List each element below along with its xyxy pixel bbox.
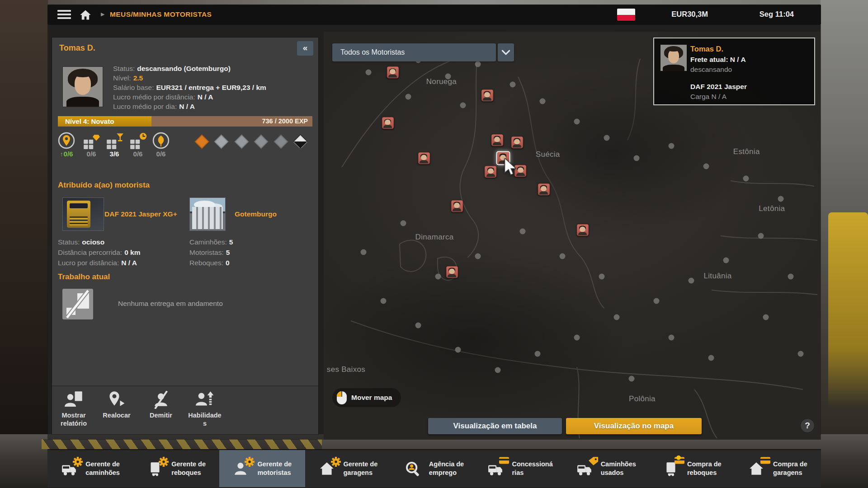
nav-driver-manager[interactable]: Gerente demotoristas — [219, 450, 305, 487]
city-dot — [519, 229, 525, 235]
truck-link[interactable]: DAF 2021 Jasper XG+ — [104, 210, 177, 218]
city-dot — [614, 314, 620, 320]
skill-high-value-cargo[interactable]: ↑0/6 — [79, 131, 104, 158]
truck-distance-line: Distância percorrida:0 km — [58, 249, 141, 257]
driver-map-marker[interactable] — [511, 136, 523, 148]
city-dot — [669, 143, 675, 149]
country-label: Noruega — [426, 77, 457, 86]
driver-profit-day-line: Lucro médio por dia:N / A — [113, 103, 195, 111]
adr-badge-explosives — [194, 134, 209, 149]
city-dot — [574, 118, 580, 124]
driver-map-marker[interactable] — [485, 165, 497, 178]
truck-status-line: Status:ocioso — [58, 238, 104, 246]
city-dot — [405, 94, 411, 100]
long-distance-icon — [57, 131, 75, 150]
notification-dot — [676, 455, 681, 460]
show-report-button[interactable]: Mostrar relatório — [52, 391, 95, 427]
no-delivery-text: Nenhuma entrega em andamento — [118, 300, 223, 308]
map-view-button[interactable]: Visualização no mapa — [566, 418, 702, 434]
card-driver-portrait — [660, 45, 687, 71]
city-dot — [365, 70, 371, 75]
garage-truck — [828, 212, 868, 407]
urgent-delivery-icon — [129, 131, 147, 150]
help-button[interactable]: ? — [800, 418, 815, 433]
card-driver-status: descansando — [690, 66, 732, 74]
dropdown-chevron-button[interactable] — [498, 43, 514, 61]
adr-badge-corrosives — [293, 134, 308, 149]
city-dot — [380, 298, 386, 304]
skill-fragile-cargo[interactable]: ↑3/6 — [102, 131, 127, 158]
city-dot — [534, 351, 540, 357]
move-map-hint: Mover mapa — [332, 388, 401, 407]
nav-trailer-purchase[interactable]: Compra dereboques — [649, 450, 735, 487]
city-dot — [604, 135, 610, 141]
skills-icon — [194, 391, 215, 409]
city-dot — [509, 82, 515, 88]
selected-driver-card: Tomas D. Frete atual: N / A descansando … — [653, 38, 815, 105]
adr-badge-flammable-solids — [254, 134, 269, 149]
city-dot — [654, 298, 660, 304]
city-dot — [689, 277, 694, 283]
tag-icon — [589, 457, 598, 465]
city-dot — [708, 355, 714, 361]
city-dot — [703, 163, 709, 169]
truck-profit-line: Lucro por distância:N / A — [58, 259, 137, 267]
card-cargo: Carga N / A — [690, 93, 726, 101]
level-progress-bar: Nível 4: Novato 736 / 2000 EXP — [58, 116, 312, 127]
driver-map-marker[interactable] — [382, 117, 394, 129]
city-dot — [455, 347, 461, 353]
skill-urgent-delivery[interactable]: ↑0/6 — [125, 131, 151, 158]
employment-agency-icon — [405, 461, 422, 477]
nav-truck-manager[interactable]: Gerente decaminhões — [47, 450, 133, 487]
collapse-panel-button[interactable]: « — [297, 41, 313, 56]
bottom-navigation: Gerente decaminhões Gerente dereboques G… — [47, 449, 821, 487]
driver-map-marker[interactable] — [491, 134, 503, 146]
garage-link[interactable]: Gotemburgo — [235, 210, 277, 218]
dismiss-icon — [151, 391, 171, 409]
adr-badge-oxidizers — [274, 134, 288, 149]
high-value-cargo-icon — [82, 131, 100, 150]
city-dot — [798, 351, 804, 357]
driver-map-marker[interactable] — [446, 266, 458, 278]
skill-ecodriving[interactable]: ↑0/6 — [148, 131, 174, 158]
nav-used-trucks[interactable]: Caminhõesusados — [563, 450, 649, 487]
card-truck-name: DAF 2021 Jasper — [690, 83, 747, 91]
driver-map-marker[interactable] — [418, 152, 430, 164]
driver-map-marker[interactable] — [481, 89, 493, 101]
city-dot — [723, 257, 729, 263]
driver-filter-dropdown[interactable]: Todos os Motoristas — [332, 43, 496, 61]
level-title: Nível 4: Novato — [65, 117, 114, 125]
dismiss-button[interactable]: Demitir — [139, 391, 183, 419]
nav-dealerships[interactable]: Concessionárias — [477, 450, 563, 487]
garage-thumbnail[interactable] — [189, 197, 226, 231]
driver-map-marker[interactable] — [451, 200, 463, 212]
driver-map[interactable]: NoruegaSuéciaEstôniaLetôniaLituâniaDinam… — [324, 32, 821, 440]
nav-employment-agency[interactable]: Agência deemprego — [391, 450, 477, 487]
current-job-heading: Trabalho atual — [58, 272, 110, 282]
level-exp: 736 / 2000 EXP — [262, 117, 308, 125]
nav-trailer-manager[interactable]: Gerente dereboques — [133, 450, 219, 487]
home-icon[interactable] — [79, 9, 92, 21]
truck-thumbnail[interactable] — [62, 197, 104, 231]
nav-garage-purchase[interactable]: Compra degaragens — [735, 450, 821, 487]
driver-portrait — [62, 66, 103, 107]
city-dot — [495, 367, 500, 373]
card-freight-line: Frete atual: N / A — [690, 56, 746, 64]
driver-map-marker[interactable] — [576, 224, 589, 236]
driver-profit-distance-line: Lucro médio por distância:N / A — [113, 93, 213, 101]
skills-button[interactable]: Habilidades — [183, 391, 226, 427]
driver-map-marker[interactable] — [387, 66, 399, 79]
game-time: Seg 11:04 — [760, 10, 794, 19]
city-dot — [669, 335, 675, 341]
driver-map-marker[interactable] — [538, 183, 550, 195]
table-view-button[interactable]: Visualização em tabela — [428, 418, 562, 434]
city-dot — [778, 196, 784, 202]
relocate-button[interactable]: Realocar — [95, 391, 138, 419]
driver-action-bar: Mostrar relatório Realocar Demitir Habil… — [52, 385, 318, 434]
country-label: Suécia — [536, 150, 560, 159]
menu-icon[interactable] — [57, 10, 71, 19]
nav-garage-manager[interactable]: Gerente degaragens — [305, 450, 391, 487]
country-label: Letônia — [759, 204, 785, 213]
relocate-icon — [106, 391, 127, 409]
skill-long-distance[interactable]: ↑0/6 — [54, 131, 79, 158]
